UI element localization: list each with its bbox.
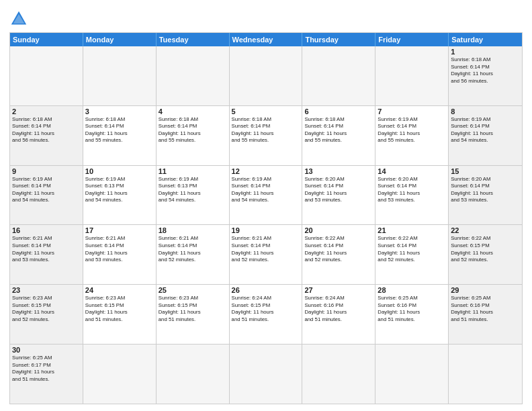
day-cell-9: 9Sunrise: 6:19 AM Sunset: 6:14 PM Daylig… [10,166,83,225]
day-number: 4 [159,107,227,116]
day-info: Sunrise: 6:24 AM Sunset: 6:15 PM Dayligh… [232,295,300,323]
day-cell-7: 7Sunrise: 6:19 AM Sunset: 6:14 PM Daylig… [375,106,449,165]
day-cell-15: 15Sunrise: 6:20 AM Sunset: 6:14 PM Dayli… [449,166,522,225]
header-cell-friday: Friday [375,33,449,46]
day-number: 29 [451,286,520,294]
empty-cell [10,46,83,105]
day-number: 13 [304,167,373,175]
day-cell-14: 14Sunrise: 6:20 AM Sunset: 6:14 PM Dayli… [375,166,449,225]
day-info: Sunrise: 6:19 AM Sunset: 6:14 PM Dayligh… [451,116,520,144]
day-cell-28: 28Sunrise: 6:25 AM Sunset: 6:16 PM Dayli… [375,285,449,344]
day-number: 6 [304,107,373,116]
empty-cell [449,345,522,404]
empty-cell [302,46,375,105]
day-number: 25 [159,286,227,294]
day-info: Sunrise: 6:21 AM Sunset: 6:14 PM Dayligh… [232,235,300,263]
day-info: Sunrise: 6:21 AM Sunset: 6:14 PM Dayligh… [85,235,154,263]
day-cell-6: 6Sunrise: 6:18 AM Sunset: 6:14 PM Daylig… [302,106,375,165]
day-info: Sunrise: 6:25 AM Sunset: 6:17 PM Dayligh… [12,355,81,383]
cal-week-1: 2Sunrise: 6:18 AM Sunset: 6:14 PM Daylig… [10,106,522,166]
day-cell-22: 22Sunrise: 6:22 AM Sunset: 6:15 PM Dayli… [449,225,522,284]
calendar-body: 1Sunrise: 6:18 AM Sunset: 6:14 PM Daylig… [10,46,522,404]
cal-week-5: 30Sunrise: 6:25 AM Sunset: 6:17 PM Dayli… [10,345,522,404]
day-number: 10 [85,167,154,175]
day-number: 22 [451,226,520,234]
day-info: Sunrise: 6:20 AM Sunset: 6:14 PM Dayligh… [451,176,520,204]
day-number: 11 [159,167,227,175]
day-info: Sunrise: 6:25 AM Sunset: 6:16 PM Dayligh… [451,295,520,323]
empty-cell [302,345,375,404]
day-number: 14 [378,167,446,175]
header-cell-saturday: Saturday [449,33,522,46]
day-info: Sunrise: 6:21 AM Sunset: 6:14 PM Dayligh… [12,235,81,263]
day-cell-11: 11Sunrise: 6:19 AM Sunset: 6:13 PM Dayli… [157,166,230,225]
calendar: SundayMondayTuesdayWednesdayThursdayFrid… [9,32,523,404]
header-cell-tuesday: Tuesday [157,33,230,46]
empty-cell [157,345,230,404]
empty-cell [230,46,303,105]
day-cell-16: 16Sunrise: 6:21 AM Sunset: 6:14 PM Dayli… [10,225,83,284]
day-number: 18 [159,226,227,234]
day-info: Sunrise: 6:21 AM Sunset: 6:14 PM Dayligh… [159,235,227,263]
header-cell-thursday: Thursday [302,33,375,46]
day-cell-30: 30Sunrise: 6:25 AM Sunset: 6:17 PM Dayli… [10,345,83,404]
day-number: 7 [378,107,446,116]
day-info: Sunrise: 6:24 AM Sunset: 6:16 PM Dayligh… [304,295,373,323]
empty-cell [83,46,157,105]
day-cell-2: 2Sunrise: 6:18 AM Sunset: 6:14 PM Daylig… [10,106,83,165]
day-cell-17: 17Sunrise: 6:21 AM Sunset: 6:14 PM Dayli… [83,225,157,284]
day-info: Sunrise: 6:18 AM Sunset: 6:14 PM Dayligh… [304,116,373,144]
empty-cell [157,46,230,105]
day-cell-3: 3Sunrise: 6:18 AM Sunset: 6:14 PM Daylig… [83,106,157,165]
day-info: Sunrise: 6:22 AM Sunset: 6:14 PM Dayligh… [378,235,446,263]
empty-cell [375,46,449,105]
day-info: Sunrise: 6:19 AM Sunset: 6:13 PM Dayligh… [85,176,154,204]
header-cell-sunday: Sunday [10,33,83,46]
day-number: 2 [12,107,81,116]
day-number: 15 [451,167,520,175]
day-number: 5 [232,107,300,116]
day-cell-26: 26Sunrise: 6:24 AM Sunset: 6:15 PM Dayli… [230,285,303,344]
day-cell-10: 10Sunrise: 6:19 AM Sunset: 6:13 PM Dayli… [83,166,157,225]
day-number: 9 [12,167,81,175]
day-cell-8: 8Sunrise: 6:19 AM Sunset: 6:14 PM Daylig… [449,106,522,165]
day-cell-27: 27Sunrise: 6:24 AM Sunset: 6:16 PM Dayli… [302,285,375,344]
day-cell-19: 19Sunrise: 6:21 AM Sunset: 6:14 PM Dayli… [230,225,303,284]
day-number: 3 [85,107,154,116]
empty-cell [230,345,303,404]
day-info: Sunrise: 6:23 AM Sunset: 6:15 PM Dayligh… [85,295,154,323]
day-number: 16 [12,226,81,234]
day-info: Sunrise: 6:18 AM Sunset: 6:14 PM Dayligh… [12,116,81,144]
day-cell-20: 20Sunrise: 6:22 AM Sunset: 6:14 PM Dayli… [302,225,375,284]
day-info: Sunrise: 6:23 AM Sunset: 6:15 PM Dayligh… [159,295,227,323]
logo [9,7,31,28]
day-number: 12 [232,167,300,175]
day-number: 20 [304,226,373,234]
cal-week-4: 23Sunrise: 6:23 AM Sunset: 6:15 PM Dayli… [10,285,522,345]
day-number: 23 [12,286,81,294]
logo-icon [9,9,28,28]
empty-cell [83,345,157,404]
cal-week-3: 16Sunrise: 6:21 AM Sunset: 6:14 PM Dayli… [10,225,522,285]
day-info: Sunrise: 6:18 AM Sunset: 6:14 PM Dayligh… [451,56,520,85]
day-info: Sunrise: 6:25 AM Sunset: 6:16 PM Dayligh… [378,295,446,323]
day-number: 24 [85,286,154,294]
day-cell-24: 24Sunrise: 6:23 AM Sunset: 6:15 PM Dayli… [83,285,157,344]
day-number: 28 [378,286,446,294]
header [9,7,523,28]
day-cell-23: 23Sunrise: 6:23 AM Sunset: 6:15 PM Dayli… [10,285,83,344]
day-info: Sunrise: 6:18 AM Sunset: 6:14 PM Dayligh… [85,116,154,144]
empty-cell [375,345,449,404]
day-cell-13: 13Sunrise: 6:20 AM Sunset: 6:14 PM Dayli… [302,166,375,225]
page: SundayMondayTuesdayWednesdayThursdayFrid… [0,0,532,411]
day-number: 17 [85,226,154,234]
day-number: 27 [304,286,373,294]
day-info: Sunrise: 6:19 AM Sunset: 6:14 PM Dayligh… [12,176,81,204]
day-info: Sunrise: 6:22 AM Sunset: 6:14 PM Dayligh… [304,235,373,263]
header-cell-monday: Monday [83,33,157,46]
day-info: Sunrise: 6:20 AM Sunset: 6:14 PM Dayligh… [304,176,373,204]
day-cell-1: 1Sunrise: 6:18 AM Sunset: 6:14 PM Daylig… [449,46,522,105]
day-cell-4: 4Sunrise: 6:18 AM Sunset: 6:14 PM Daylig… [157,106,230,165]
day-info: Sunrise: 6:23 AM Sunset: 6:15 PM Dayligh… [12,295,81,323]
day-info: Sunrise: 6:18 AM Sunset: 6:14 PM Dayligh… [159,116,227,144]
